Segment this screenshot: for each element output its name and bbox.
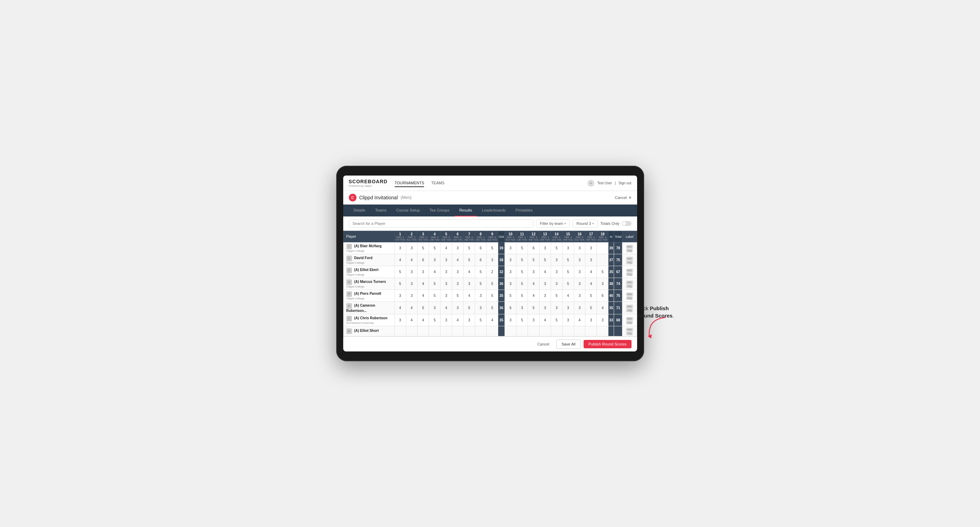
score-hole-13[interactable]: 3 xyxy=(539,302,551,314)
score-hole-18[interactable]: 6 xyxy=(597,290,608,302)
score-hole-3[interactable]: 5 xyxy=(417,302,429,314)
score-hole-6[interactable]: 3 xyxy=(452,302,464,314)
score-hole-7[interactable]: 5 xyxy=(464,254,475,266)
wd-badge[interactable]: WD xyxy=(626,268,633,272)
score-hole-12[interactable]: 4 xyxy=(528,290,539,302)
score-hole-4[interactable]: 4 xyxy=(429,266,441,278)
wd-badge[interactable]: WD xyxy=(626,317,633,321)
score-hole-9[interactable]: 5 xyxy=(486,242,498,254)
score-hole-1[interactable]: 4 xyxy=(394,302,406,314)
score-hole-18[interactable] xyxy=(597,242,608,254)
score-hole-3[interactable]: 4 xyxy=(417,278,429,290)
score-hole-15[interactable]: 4 xyxy=(562,290,574,302)
score-hole-2[interactable]: 3 xyxy=(406,290,417,302)
score-hole-5[interactable] xyxy=(441,326,452,337)
dq-badge[interactable]: DQ xyxy=(626,272,633,276)
score-hole-5[interactable]: 3 xyxy=(441,266,452,278)
score-hole-16[interactable]: 3 xyxy=(574,242,585,254)
score-hole-12[interactable]: 3 xyxy=(528,314,539,326)
score-hole-17[interactable]: 5 xyxy=(585,302,597,314)
score-hole-11[interactable]: 5 xyxy=(516,278,528,290)
dq-badge[interactable]: DQ xyxy=(626,284,633,288)
tab-teams[interactable]: Teams xyxy=(370,205,391,216)
tab-tee-groups[interactable]: Tee Groups xyxy=(425,205,455,216)
score-hole-11[interactable]: 5 xyxy=(516,290,528,302)
dq-badge[interactable]: DQ xyxy=(626,296,633,300)
score-hole-12[interactable] xyxy=(528,326,539,337)
score-hole-3[interactable]: 4 xyxy=(417,314,429,326)
score-hole-17[interactable]: 3 xyxy=(585,242,597,254)
score-hole-17[interactable]: 3 xyxy=(585,254,597,266)
score-hole-11[interactable]: 5 xyxy=(516,254,528,266)
score-hole-1[interactable]: 3 xyxy=(394,314,406,326)
score-hole-15[interactable] xyxy=(562,326,574,337)
round-selector-button[interactable]: Round 3 ▾ xyxy=(573,219,598,228)
score-hole-9[interactable]: 5 xyxy=(486,302,498,314)
score-hole-15[interactable]: 5 xyxy=(562,266,574,278)
score-hole-18[interactable]: 4 xyxy=(597,302,608,314)
dq-badge[interactable]: DQ xyxy=(626,260,633,264)
wd-badge[interactable]: WD xyxy=(626,257,633,260)
score-hole-2[interactable] xyxy=(406,326,417,337)
score-hole-6[interactable]: 5 xyxy=(452,290,464,302)
dq-badge[interactable]: DQ xyxy=(626,332,633,335)
score-hole-5[interactable]: 3 xyxy=(441,254,452,266)
score-hole-12[interactable]: 3 xyxy=(528,266,539,278)
score-hole-13[interactable]: 3 xyxy=(539,290,551,302)
totals-only-toggle[interactable]: Totals Only xyxy=(600,221,631,226)
score-hole-6[interactable]: 3 xyxy=(452,266,464,278)
score-hole-15[interactable]: 3 xyxy=(562,314,574,326)
wd-badge[interactable]: WD xyxy=(626,328,633,332)
score-hole-14[interactable]: 3 xyxy=(551,278,562,290)
tab-course-setup[interactable]: Course Setup xyxy=(391,205,425,216)
score-hole-16[interactable]: 3 xyxy=(574,302,585,314)
score-hole-14[interactable]: 5 xyxy=(551,314,562,326)
score-hole-8[interactable]: 5 xyxy=(475,266,486,278)
score-hole-12[interactable]: 5 xyxy=(528,254,539,266)
score-hole-6[interactable] xyxy=(452,326,464,337)
score-hole-9[interactable] xyxy=(486,326,498,337)
score-hole-18[interactable] xyxy=(597,326,608,337)
score-hole-15[interactable]: 3 xyxy=(562,302,574,314)
score-hole-8[interactable]: 3 xyxy=(475,302,486,314)
score-hole-10[interactable]: 3 xyxy=(505,242,516,254)
score-hole-1[interactable]: 4 xyxy=(394,254,406,266)
score-hole-9[interactable]: 5 xyxy=(486,290,498,302)
score-hole-17[interactable]: 3 xyxy=(585,314,597,326)
score-hole-14[interactable]: 3 xyxy=(551,266,562,278)
score-hole-4[interactable] xyxy=(429,326,441,337)
score-hole-11[interactable] xyxy=(516,326,528,337)
wd-badge[interactable]: WD xyxy=(626,305,633,308)
score-hole-16[interactable]: 3 xyxy=(574,278,585,290)
score-hole-15[interactable]: 3 xyxy=(562,242,574,254)
score-hole-6[interactable]: 3 xyxy=(452,278,464,290)
score-hole-3[interactable]: 5 xyxy=(417,242,429,254)
score-hole-7[interactable]: 3 xyxy=(464,278,475,290)
score-hole-3[interactable] xyxy=(417,326,429,337)
search-input[interactable] xyxy=(349,219,533,228)
score-hole-10[interactable] xyxy=(505,326,516,337)
score-hole-5[interactable]: 3 xyxy=(441,314,452,326)
score-hole-14[interactable]: 3 xyxy=(551,254,562,266)
score-hole-5[interactable]: 4 xyxy=(441,242,452,254)
dq-badge[interactable]: DQ xyxy=(626,308,633,312)
cancel-tournament-button[interactable]: Cancel ✕ xyxy=(615,195,631,200)
score-hole-14[interactable]: 5 xyxy=(551,242,562,254)
score-hole-5[interactable]: 3 xyxy=(441,278,452,290)
score-hole-10[interactable]: 3 xyxy=(505,266,516,278)
score-hole-6[interactable]: 3 xyxy=(452,242,464,254)
dq-badge[interactable]: DQ xyxy=(626,321,633,324)
score-hole-8[interactable]: 5 xyxy=(475,278,486,290)
score-hole-3[interactable]: 6 xyxy=(417,254,429,266)
tab-printables[interactable]: Printables xyxy=(511,205,538,216)
score-hole-7[interactable]: 5 xyxy=(464,302,475,314)
score-hole-7[interactable]: 4 xyxy=(464,290,475,302)
score-hole-12[interactable]: 4 xyxy=(528,278,539,290)
score-hole-7[interactable]: 4 xyxy=(464,266,475,278)
score-hole-4[interactable]: 5 xyxy=(429,290,441,302)
score-hole-12[interactable]: 5 xyxy=(528,302,539,314)
score-hole-4[interactable]: 5 xyxy=(429,242,441,254)
score-hole-11[interactable]: 3 xyxy=(516,302,528,314)
tab-leaderboards[interactable]: Leaderboards xyxy=(477,205,511,216)
score-hole-1[interactable]: 3 xyxy=(394,290,406,302)
